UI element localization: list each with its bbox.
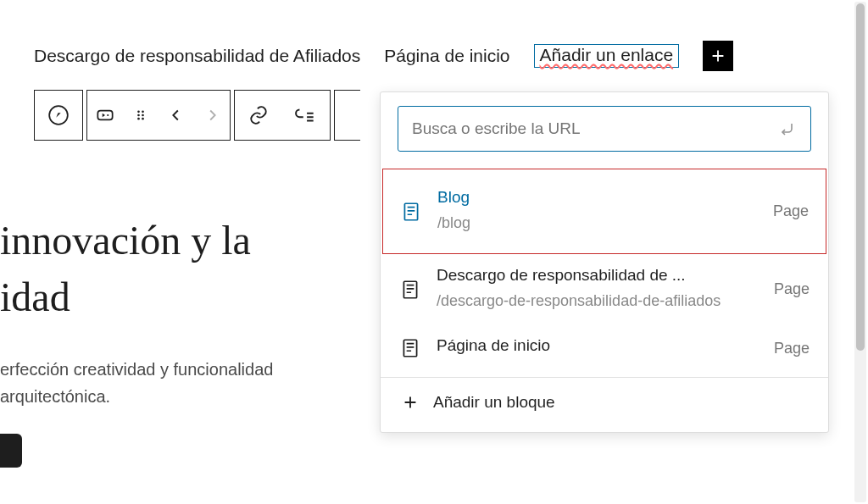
toolbar-group-3 — [234, 90, 331, 141]
result-title: Blog — [437, 188, 758, 207]
svg-point-4 — [142, 111, 144, 114]
add-block-button[interactable]: Añadir un bloque — [381, 378, 828, 427]
page-content-preview: innovación y la idad erfección creativid… — [0, 212, 373, 468]
link-icon — [248, 104, 270, 126]
chevron-right-icon — [203, 106, 221, 125]
svg-point-2 — [107, 114, 108, 116]
add-nav-item-button[interactable] — [703, 41, 733, 71]
result-body: Página de inicio — [437, 336, 759, 360]
svg-point-3 — [137, 111, 140, 114]
link-inserter-panel: Busca o escribe la URL Blog /blog Page D… — [380, 91, 829, 433]
result-title: Descargo de responsabilidad de ... — [437, 266, 759, 285]
result-path: /blog — [437, 212, 758, 235]
page-icon — [399, 279, 421, 301]
content-block-fragment — [0, 434, 22, 468]
para-line1: erfección creatividad y funcionalidad — [0, 360, 273, 379]
chevron-left-icon — [167, 106, 186, 125]
scrollbar-thumb[interactable] — [856, 3, 865, 351]
toolbar-more-button[interactable] — [335, 90, 360, 141]
page-heading: innovación y la idad — [0, 212, 373, 325]
heading-line2: idad — [0, 274, 70, 319]
vertical-scrollbar[interactable] — [854, 2, 866, 502]
navigation-block-icon — [94, 104, 116, 126]
top-nav-bar: Descargo de responsabilidad de Afiliados… — [0, 0, 868, 86]
plus-icon — [709, 47, 727, 65]
heading-line1: innovación y la — [0, 218, 251, 263]
link-result-disclaimer[interactable]: Descargo de responsabilidad de ... /desc… — [381, 254, 828, 324]
toolbar-group-2 — [86, 90, 231, 141]
toolbar-compass-button[interactable] — [35, 90, 82, 141]
svg-point-8 — [142, 118, 144, 120]
result-title: Página de inicio — [437, 336, 759, 355]
para-line2: arquitectónica. — [0, 387, 110, 406]
svg-rect-9 — [404, 203, 417, 220]
result-type: Page — [773, 202, 809, 220]
url-search-placeholder: Busca o escribe la URL — [412, 119, 776, 138]
add-block-label: Añadir un bloque — [433, 393, 555, 412]
svg-rect-11 — [403, 340, 416, 357]
nav-item-home[interactable]: Página de inicio — [384, 46, 509, 66]
svg-point-5 — [137, 114, 140, 117]
enter-icon — [776, 119, 797, 139]
page-icon — [399, 337, 421, 359]
svg-point-7 — [137, 118, 140, 120]
result-path: /descargo-de-responsabilidad-de-afiliado… — [437, 290, 759, 313]
toolbar-navigation-block-button[interactable] — [87, 90, 123, 141]
submenu-icon — [295, 104, 317, 126]
nav-item-disclaimer[interactable]: Descargo de responsabilidad de Afiliados — [34, 46, 360, 66]
link-result-blog[interactable]: Blog /blog Page — [382, 169, 826, 254]
toolbar-group-4 — [334, 90, 360, 141]
compass-icon — [47, 104, 70, 126]
result-body: Descargo de responsabilidad de ... /desc… — [437, 266, 759, 313]
result-type: Page — [774, 340, 810, 357]
plus-icon — [401, 393, 420, 412]
toolbar-drag-button[interactable] — [123, 90, 159, 141]
svg-point-6 — [142, 114, 144, 117]
toolbar-prev-button[interactable] — [159, 90, 194, 141]
toolbar-link-button[interactable] — [235, 90, 282, 141]
toolbar-next-button — [194, 90, 230, 141]
page-paragraph: erfección creatividad y funcionalidad ar… — [0, 356, 373, 410]
url-search-box[interactable]: Busca o escribe la URL — [398, 106, 811, 152]
nav-item-add-link[interactable]: Añadir un enlace — [534, 44, 680, 68]
result-body: Blog /blog — [437, 188, 758, 235]
toolbar-group-1 — [34, 90, 83, 141]
result-type: Page — [774, 280, 810, 298]
link-result-home[interactable]: Página de inicio Page — [381, 324, 828, 372]
toolbar-submenu-button[interactable] — [282, 90, 330, 141]
svg-rect-10 — [403, 281, 416, 298]
drag-handle-icon — [132, 107, 149, 124]
page-icon — [400, 201, 422, 223]
